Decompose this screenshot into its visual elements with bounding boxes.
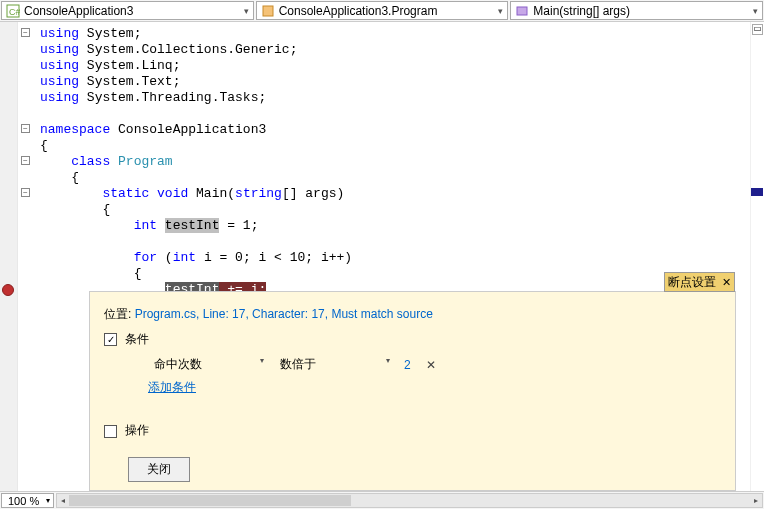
conditions-checkbox[interactable]: [104, 333, 117, 346]
scope-combo-member[interactable]: Main(string[] args) ▾: [510, 1, 763, 20]
conditions-label: 条件: [125, 331, 149, 348]
scroll-left-arrow[interactable]: ◂: [57, 494, 69, 507]
split-editor-icon[interactable]: ▭: [752, 24, 763, 35]
svg-rect-2: [263, 6, 273, 16]
chevron-down-icon: ▾: [244, 6, 249, 16]
add-condition-link[interactable]: 添加条件: [148, 379, 196, 396]
csharp-project-icon: C#: [6, 4, 20, 18]
svg-text:C#: C#: [9, 7, 20, 17]
condition-type-dropdown[interactable]: 命中次数 ▾: [148, 354, 268, 375]
outline-collapse-icon[interactable]: [21, 28, 30, 37]
outline-collapse-icon[interactable]: [21, 188, 30, 197]
clear-condition-icon[interactable]: ✕: [426, 358, 436, 372]
outline-collapse-icon[interactable]: [21, 124, 30, 133]
breakpoint-gutter[interactable]: [0, 22, 18, 491]
scope-combo-class[interactable]: ConsoleApplication3.Program ▾: [256, 1, 509, 20]
chevron-down-icon: ▾: [753, 6, 758, 16]
breakpoint-location: 位置: Program.cs, Line: 17, Character: 17,…: [104, 306, 721, 323]
scope-member-label: Main(string[] args): [533, 4, 758, 18]
scroll-right-arrow[interactable]: ▸: [750, 494, 762, 507]
condition-operator-dropdown[interactable]: 数倍于 ▾: [274, 354, 394, 375]
svg-rect-3: [517, 7, 527, 15]
actions-checkbox[interactable]: [104, 425, 117, 438]
breakpoint-location-link[interactable]: Program.cs, Line: 17, Character: 17, Mus…: [135, 307, 433, 321]
close-icon[interactable]: ✕: [722, 276, 731, 289]
condition-value-input[interactable]: 2: [400, 356, 420, 374]
breakpoint-glyph[interactable]: [2, 284, 14, 296]
breakpoint-panel-title: 断点设置: [668, 274, 716, 291]
chevron-down-icon: ▾: [260, 356, 264, 365]
horizontal-scrollbar[interactable]: ◂ ▸: [56, 493, 763, 508]
scrollbar-thumb[interactable]: [69, 495, 351, 506]
overview-ruler: ▭: [750, 22, 764, 491]
actions-label: 操作: [125, 422, 149, 439]
breakpoint-panel-titlebar: 断点设置 ✕: [664, 272, 735, 292]
scope-project-label: ConsoleApplication3: [24, 4, 249, 18]
scope-class-label: ConsoleApplication3.Program: [279, 4, 504, 18]
overview-caret-marker: [751, 188, 763, 196]
scope-combo-project[interactable]: C# ConsoleApplication3 ▾: [1, 1, 254, 20]
chevron-down-icon: ▾: [498, 6, 503, 16]
outlining-gutter[interactable]: [18, 22, 34, 491]
close-button[interactable]: 关闭: [128, 457, 190, 482]
outline-collapse-icon[interactable]: [21, 156, 30, 165]
code-editor[interactable]: using System; using System.Collections.G…: [34, 22, 750, 491]
class-icon: [261, 4, 275, 18]
method-icon: [515, 4, 529, 18]
chevron-down-icon: ▾: [386, 356, 390, 365]
chevron-down-icon: ▾: [46, 496, 50, 505]
breakpoint-settings-panel: 断点设置 ✕ 位置: Program.cs, Line: 17, Charact…: [89, 291, 736, 491]
zoom-combo[interactable]: 100 % ▾: [1, 493, 54, 508]
